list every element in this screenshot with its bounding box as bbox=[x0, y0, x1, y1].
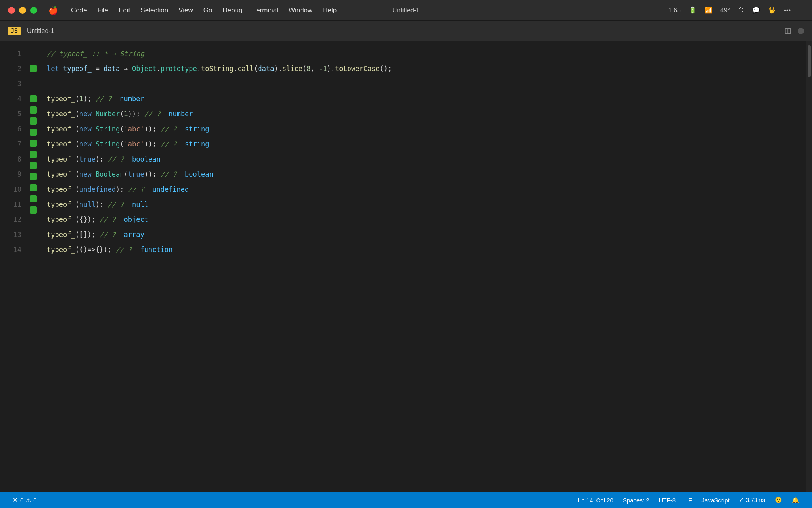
temperature: 49° bbox=[720, 7, 730, 14]
window-title: Untitled-1 bbox=[393, 7, 419, 14]
statusbar-position[interactable]: Ln 14, Col 20 bbox=[573, 497, 618, 504]
breakpoint-4[interactable] bbox=[30, 95, 37, 102]
editor-area: 1 2 3 4 5 6 7 8 9 10 11 12 13 14 // type… bbox=[0, 41, 812, 492]
editor-status-indicator bbox=[798, 28, 804, 34]
statusbar-timing: ✓ 3.73ms bbox=[734, 496, 770, 504]
scrollbar[interactable] bbox=[806, 41, 812, 492]
list-icon[interactable]: ☰ bbox=[799, 6, 804, 14]
traffic-lights bbox=[8, 7, 37, 14]
code-line-8: typeof_(true); // ? boolean bbox=[47, 152, 799, 167]
minimize-button[interactable] bbox=[19, 7, 26, 14]
titlebar-left: 🍎 Code File Edit Selection View Go Debug… bbox=[8, 4, 341, 17]
breakpoint-5[interactable] bbox=[30, 106, 37, 114]
gutter bbox=[28, 41, 39, 492]
smile-icon: 🙂 bbox=[775, 496, 782, 504]
breakpoint-11[interactable] bbox=[30, 173, 37, 180]
code-line-7: typeof_(new String('abc')); // ? string bbox=[47, 137, 799, 152]
statusbar-language[interactable]: JavaScript bbox=[697, 497, 734, 504]
scrollbar-thumb[interactable] bbox=[808, 45, 811, 77]
tab-filename[interactable]: Untitled-1 bbox=[27, 27, 54, 35]
js-language-badge: JS bbox=[8, 27, 21, 35]
menu-selection[interactable]: Selection bbox=[136, 5, 172, 16]
menu-view[interactable]: View bbox=[174, 5, 197, 16]
code-line-6: typeof_(new String('abc')); // ? string bbox=[47, 121, 799, 137]
finder-icon[interactable]: 🖐 bbox=[768, 6, 776, 14]
line-col-indicator: Ln 14, Col 20 bbox=[578, 497, 613, 504]
warning-icon: ⚠ bbox=[26, 496, 31, 504]
error-icon: ✕ bbox=[13, 496, 18, 504]
menu-help[interactable]: Help bbox=[319, 5, 341, 16]
menu-window[interactable]: Window bbox=[285, 5, 316, 16]
code-line-3 bbox=[47, 76, 799, 91]
statusbar-line-ending[interactable]: LF bbox=[680, 497, 697, 504]
menu-file[interactable]: File bbox=[94, 5, 112, 16]
split-editor-button[interactable]: ⊞ bbox=[784, 26, 791, 36]
code-line-1: // typeof_ :: * → String bbox=[47, 46, 799, 61]
bell-icon: 🔔 bbox=[792, 496, 799, 504]
menu-debug[interactable]: Debug bbox=[219, 5, 247, 16]
breakpoint-2[interactable] bbox=[30, 65, 37, 72]
menu-go[interactable]: Go bbox=[199, 5, 216, 16]
code-line-11: typeof_(null); // ? null bbox=[47, 197, 799, 212]
code-line-10: typeof_(undefined); // ? undefined bbox=[47, 182, 799, 197]
statusbar-spaces[interactable]: Spaces: 2 bbox=[618, 497, 654, 504]
code-line-4: typeof_(1); // ? number bbox=[47, 91, 799, 106]
breakpoint-12[interactable] bbox=[30, 184, 37, 191]
menu-edit[interactable]: Edit bbox=[115, 5, 134, 16]
breakpoint-8[interactable] bbox=[30, 140, 37, 147]
menu-code[interactable]: Code bbox=[67, 5, 91, 16]
timing-indicator: ✓ 3.73ms bbox=[739, 496, 765, 504]
breakpoint-13[interactable] bbox=[30, 195, 37, 202]
statusbar-right: Ln 14, Col 20 Spaces: 2 UTF-8 LF JavaScr… bbox=[573, 496, 804, 504]
statusbar-errors[interactable]: ✕ 0 ⚠ 0 bbox=[8, 492, 42, 508]
control-center-icon[interactable]: ⏱ bbox=[738, 7, 744, 14]
statusbar-feedback[interactable]: 🙂 bbox=[770, 496, 787, 504]
code-line-9: typeof_(new Boolean(true)); // ? boolean bbox=[47, 167, 799, 182]
wechat-icon[interactable]: 💬 bbox=[752, 6, 760, 14]
encoding-indicator: UTF-8 bbox=[659, 497, 676, 504]
line-ending-indicator: LF bbox=[685, 497, 692, 504]
code-line-13: typeof_([]); // ? array bbox=[47, 227, 799, 242]
tabbar-right: ⊞ bbox=[784, 26, 804, 36]
code-content[interactable]: // typeof_ :: * → String let typeof_ = d… bbox=[39, 41, 806, 492]
close-button[interactable] bbox=[8, 7, 15, 14]
menu-terminal[interactable]: Terminal bbox=[249, 5, 282, 16]
menu-bar: 🍎 Code File Edit Selection View Go Debug… bbox=[44, 4, 341, 17]
line-numbers: 1 2 3 4 5 6 7 8 9 10 11 12 13 14 bbox=[0, 41, 28, 492]
battery-icon: 🔋 bbox=[689, 6, 697, 14]
language-indicator: JavaScript bbox=[702, 497, 730, 504]
maximize-button[interactable] bbox=[30, 7, 37, 14]
breakpoint-14[interactable] bbox=[30, 206, 37, 214]
code-line-14: typeof_(()=>{}); // ? function bbox=[47, 242, 799, 257]
titlebar: 🍎 Code File Edit Selection View Go Debug… bbox=[0, 0, 812, 21]
code-line-2: let typeof_ = data ⇒ Object.prototype.to… bbox=[47, 61, 799, 76]
statusbar: ✕ 0 ⚠ 0 Ln 14, Col 20 Spaces: 2 UTF-8 LF… bbox=[0, 492, 812, 508]
wifi-icon: 📶 bbox=[705, 6, 712, 14]
breakpoint-10[interactable] bbox=[30, 162, 37, 169]
battery-percent: 1.65 bbox=[668, 7, 681, 14]
breakpoint-6[interactable] bbox=[30, 117, 37, 125]
error-count: 0 bbox=[20, 497, 23, 504]
breakpoint-9[interactable] bbox=[30, 151, 37, 158]
breakpoint-7[interactable] bbox=[30, 129, 37, 136]
spaces-indicator: Spaces: 2 bbox=[623, 497, 649, 504]
statusbar-encoding[interactable]: UTF-8 bbox=[654, 497, 681, 504]
titlebar-right: 1.65 🔋 📶 49° ⏱ 💬 🖐 ••• ☰ bbox=[668, 6, 804, 14]
warning-count: 0 bbox=[33, 497, 36, 504]
apple-menu[interactable]: 🍎 bbox=[44, 4, 62, 17]
code-line-12: typeof_({}); // ? object bbox=[47, 212, 799, 227]
tabbar: JS Untitled-1 ⊞ bbox=[0, 21, 812, 41]
statusbar-notifications[interactable]: 🔔 bbox=[787, 496, 804, 504]
code-line-5: typeof_(new Number(1)); // ? number bbox=[47, 106, 799, 121]
more-icon[interactable]: ••• bbox=[784, 7, 791, 14]
